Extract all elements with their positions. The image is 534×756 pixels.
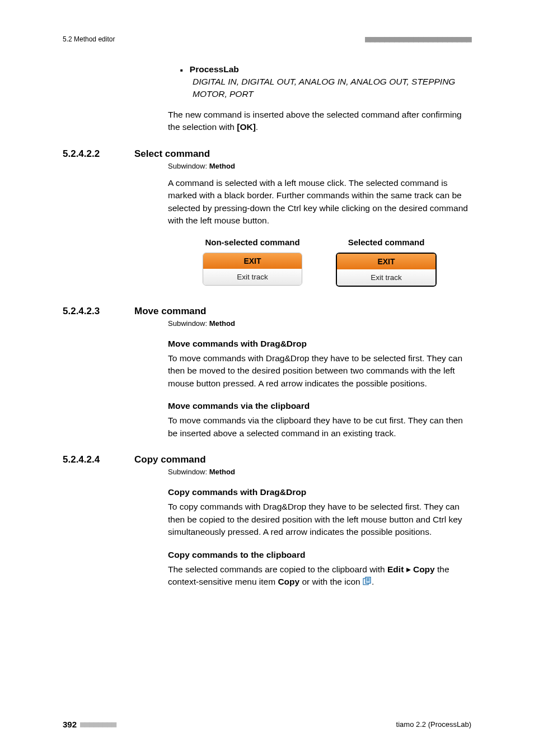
copy-p2-copy2: Copy	[278, 577, 299, 586]
non-selected-command-box: EXIT Exit track	[203, 253, 302, 286]
svg-rect-1	[366, 577, 371, 583]
subwindow-line: Subwindow: Method	[168, 319, 471, 328]
bullet-list: ■ ProcessLab DIGITAL IN, DIGITAL OUT, AN…	[180, 64, 471, 101]
section-number: 5.2.4.2.3	[63, 306, 134, 317]
selected-label: Selected command	[336, 237, 437, 247]
copy-dragdrop-para: To copy commands with Drag&Drop they hav…	[168, 501, 471, 538]
footer-right: tiamo 2.2 (ProcessLab)	[396, 720, 471, 729]
copy-p2-copy: Copy	[413, 564, 435, 574]
bullet-square-icon: ■	[180, 68, 183, 73]
select-command-paragraph: A command is selected with a left mouse …	[168, 177, 471, 227]
command-comparison: Non-selected command EXIT Exit track Sel…	[168, 237, 471, 287]
selected-column: Selected command EXIT Exit track	[336, 237, 437, 287]
section-title: Select command	[134, 148, 210, 160]
command-title: EXIT	[337, 254, 435, 269]
copy-clipboard-heading: Copy commands to the clipboard	[168, 550, 471, 560]
copy-p2-edit: Edit	[387, 564, 404, 574]
subwindow-value: Method	[209, 162, 235, 170]
intro-ok: [OK]	[237, 122, 256, 132]
subwindow-line: Subwindow: Method	[168, 162, 471, 170]
footer-ornament: ■■■■■■■■	[80, 719, 116, 729]
copy-p2-d: .	[372, 577, 374, 586]
section-copy-command: 5.2.4.2.4 Copy command	[63, 454, 471, 465]
copy-p2-c: or with the icon	[299, 577, 363, 586]
section-number: 5.2.4.2.4	[63, 454, 134, 465]
bullet-items: DIGITAL IN, DIGITAL OUT, ANALOG IN, ANAL…	[193, 76, 471, 101]
subwindow-label: Subwindow:	[168, 162, 209, 170]
page-number: 392	[63, 720, 77, 729]
subwindow-label: Subwindow:	[168, 319, 209, 328]
selected-command-box: EXIT Exit track	[336, 253, 437, 287]
subwindow-label: Subwindow:	[168, 468, 209, 476]
command-subtitle: Exit track	[337, 269, 435, 286]
section-title: Copy command	[134, 454, 206, 465]
non-selected-column: Non-selected command EXIT Exit track	[203, 237, 302, 287]
copy-p2-a: The selected commands are copied to the …	[168, 564, 387, 574]
move-dragdrop-para: To move commands with Drag&Drop they hav…	[168, 352, 471, 390]
command-subtitle: Exit track	[203, 269, 302, 285]
copy-p2-sep: ▸	[404, 564, 413, 574]
intro-text-a: The new command is inserted above the se…	[168, 110, 462, 132]
command-title: EXIT	[203, 253, 302, 269]
copy-dragdrop-heading: Copy commands with Drag&Drop	[168, 487, 471, 497]
section-move-command: 5.2.4.2.3 Move command	[63, 306, 471, 317]
header-section-title: 5.2 Method editor	[63, 35, 115, 43]
subwindow-line: Subwindow: Method	[168, 468, 471, 476]
intro-paragraph: The new command is inserted above the se…	[168, 109, 471, 134]
copy-icon	[363, 576, 372, 589]
subwindow-value: Method	[209, 319, 235, 328]
move-clipboard-heading: Move commands via the clipboard	[168, 401, 471, 411]
intro-text-b: .	[256, 122, 258, 132]
section-title: Move command	[134, 306, 206, 317]
section-select-command: 5.2.4.2.2 Select command	[63, 148, 471, 160]
page-footer: 392 ■■■■■■■■ tiamo 2.2 (ProcessLab)	[63, 719, 471, 729]
move-dragdrop-heading: Move commands with Drag&Drop	[168, 339, 471, 349]
page-header: 5.2 Method editor ■■■■■■■■■■■■■■■■■■■■■■	[63, 34, 471, 44]
header-ornament: ■■■■■■■■■■■■■■■■■■■■■■	[365, 34, 471, 44]
section-number: 5.2.4.2.2	[63, 148, 134, 160]
bullet-title: ProcessLab	[190, 64, 239, 74]
non-selected-label: Non-selected command	[203, 237, 302, 247]
subwindow-value: Method	[209, 468, 235, 476]
move-clipboard-para: To move commands via the clipboard they …	[168, 414, 471, 440]
copy-clipboard-para: The selected commands are copied to the …	[168, 563, 471, 589]
